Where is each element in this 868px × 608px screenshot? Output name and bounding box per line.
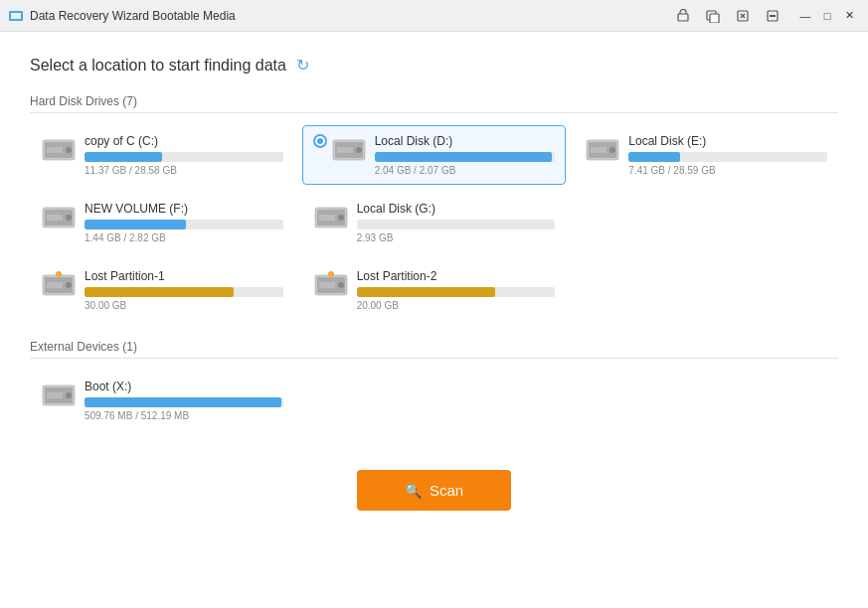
maximize-button[interactable]: □ bbox=[816, 5, 838, 27]
drive-item-f[interactable]: NEW VOLUME (F:) 1.44 GB / 2.82 GB bbox=[30, 193, 294, 252]
external-section: External Devices (1) Boot (X:) 509.76 MB… bbox=[30, 340, 838, 430]
svg-rect-23 bbox=[47, 215, 63, 221]
svg-point-10 bbox=[66, 147, 72, 153]
close-button[interactable]: ✕ bbox=[838, 5, 860, 27]
drive-item-x[interactable]: Boot (X:) 509.76 MB / 512.19 MB bbox=[30, 371, 294, 430]
svg-text:!: ! bbox=[58, 273, 59, 278]
drive-name-lost1: Lost Partition-1 bbox=[85, 269, 283, 283]
external-section-label: External Devices (1) bbox=[30, 340, 838, 359]
hdd-icon-x bbox=[41, 381, 77, 409]
drive-size-g: 2.93 GB bbox=[357, 232, 556, 243]
drive-info-g: Local Disk (G:) 2.93 GB bbox=[357, 202, 556, 243]
page-title: Select a location to start finding data bbox=[30, 57, 286, 75]
radio-d bbox=[313, 134, 327, 148]
svg-point-36 bbox=[338, 282, 344, 288]
progress-bg-d bbox=[375, 152, 556, 162]
svg-point-30 bbox=[66, 282, 72, 288]
drive-name-g: Local Disk (G:) bbox=[357, 202, 556, 216]
scan-button-label: Scan bbox=[430, 482, 463, 499]
drive-size-c: 11.37 GB / 28.58 GB bbox=[85, 165, 283, 176]
drive-item-g[interactable]: Local Disk (G:) 2.93 GB bbox=[302, 193, 567, 252]
svg-point-14 bbox=[356, 147, 362, 153]
scan-button[interactable]: 🔍 Scan bbox=[357, 470, 511, 511]
main-content: Select a location to start finding data … bbox=[0, 32, 868, 608]
drive-info-c: copy of C (C:) 11.37 GB / 28.58 GB bbox=[85, 134, 283, 176]
svg-rect-4 bbox=[710, 14, 719, 23]
page-header: Select a location to start finding data … bbox=[30, 56, 838, 75]
drive-size-lost2: 20.00 GB bbox=[357, 300, 556, 311]
drive-info-lost2: Lost Partition-2 20.00 GB bbox=[357, 269, 556, 311]
drive-size-lost1: 30.00 GB bbox=[85, 300, 283, 311]
progress-fill-c bbox=[85, 152, 162, 162]
hard-disk-section: Hard Disk Drives (7) copy of C (C:) 11.3… bbox=[30, 94, 838, 320]
drive-name-lost2: Lost Partition-2 bbox=[357, 269, 556, 283]
scan-area: 🔍 Scan bbox=[30, 450, 838, 521]
svg-text:!: ! bbox=[329, 273, 330, 278]
hdd-icon-lost2: ! bbox=[313, 271, 349, 299]
window-title: Data Recovery Wizard Bootable Media bbox=[30, 9, 673, 23]
svg-rect-15 bbox=[337, 147, 353, 153]
hard-disk-grid: copy of C (C:) 11.37 GB / 28.58 GB bbox=[30, 125, 838, 320]
drive-name-x: Boot (X:) bbox=[85, 380, 283, 393]
svg-point-18 bbox=[609, 147, 615, 153]
progress-bg-lost1 bbox=[85, 287, 283, 297]
external-grid: Boot (X:) 509.76 MB / 512.19 MB bbox=[30, 371, 838, 430]
titlebar: Data Recovery Wizard Bootable Media — □ … bbox=[0, 0, 868, 32]
progress-bg-e bbox=[628, 152, 827, 162]
drive-info-d: Local Disk (D:) 2.04 GB / 2.07 GB bbox=[375, 134, 556, 176]
drive-size-e: 7.41 GB / 28.59 GB bbox=[628, 165, 827, 176]
search-icon: 🔍 bbox=[405, 483, 422, 499]
svg-rect-2 bbox=[678, 14, 688, 21]
drive-name-c: copy of C (C:) bbox=[85, 134, 283, 148]
drive-item-c[interactable]: copy of C (C:) 11.37 GB / 28.58 GB bbox=[30, 125, 294, 185]
minimize-button[interactable]: — bbox=[794, 5, 816, 27]
progress-fill-d bbox=[375, 152, 552, 162]
hdd-icon-g bbox=[313, 204, 349, 231]
progress-bg-c bbox=[85, 152, 283, 162]
svg-point-42 bbox=[66, 392, 72, 398]
drive-name-d: Local Disk (D:) bbox=[375, 134, 556, 148]
drive-name-e: Local Disk (E:) bbox=[628, 134, 827, 148]
drive-item-lost2[interactable]: ! Lost Partition-2 20.00 GB bbox=[302, 260, 567, 320]
svg-rect-43 bbox=[47, 392, 63, 398]
progress-fill-e bbox=[628, 152, 680, 162]
svg-rect-31 bbox=[47, 282, 63, 288]
drive-size-x: 509.76 MB / 512.19 MB bbox=[85, 410, 283, 421]
svg-rect-11 bbox=[47, 147, 63, 153]
svg-point-26 bbox=[338, 215, 344, 221]
drive-size-f: 1.44 GB / 2.82 GB bbox=[85, 232, 283, 243]
titlebar-icon3[interactable] bbox=[733, 6, 753, 26]
progress-bg-f bbox=[85, 220, 283, 229]
drive-item-lost1[interactable]: ! Lost Partition-1 30.00 GB bbox=[30, 260, 294, 320]
hdd-icon-e bbox=[585, 136, 620, 164]
svg-rect-37 bbox=[319, 282, 335, 288]
svg-rect-27 bbox=[319, 215, 335, 221]
hdd-icon-c bbox=[41, 136, 77, 164]
drive-info-x: Boot (X:) 509.76 MB / 512.19 MB bbox=[85, 380, 283, 421]
progress-fill-lost2 bbox=[357, 287, 496, 297]
progress-bg-lost2 bbox=[357, 287, 556, 297]
hdd-icon-f bbox=[41, 204, 77, 231]
drive-name-f: NEW VOLUME (F:) bbox=[85, 202, 283, 216]
drive-info-lost1: Lost Partition-1 30.00 GB bbox=[85, 269, 283, 311]
svg-rect-7 bbox=[770, 15, 776, 17]
svg-rect-19 bbox=[591, 147, 607, 153]
refresh-icon[interactable]: ↻ bbox=[296, 56, 309, 75]
progress-bg-g bbox=[357, 220, 556, 229]
progress-fill-x bbox=[85, 397, 281, 407]
svg-rect-1 bbox=[11, 13, 21, 19]
drive-item-e[interactable]: Local Disk (E:) 7.41 GB / 28.59 GB bbox=[574, 125, 838, 185]
hdd-icon-d bbox=[331, 136, 367, 164]
drive-size-d: 2.04 GB / 2.07 GB bbox=[375, 165, 556, 176]
app-icon bbox=[8, 8, 24, 24]
hdd-icon-lost1: ! bbox=[41, 271, 77, 299]
svg-point-22 bbox=[66, 215, 72, 221]
hard-disk-section-label: Hard Disk Drives (7) bbox=[30, 94, 838, 113]
drive-item-d[interactable]: Local Disk (D:) 2.04 GB / 2.07 GB bbox=[302, 125, 567, 185]
titlebar-extra-icons bbox=[673, 6, 782, 26]
progress-fill-f bbox=[85, 220, 186, 229]
progress-bg-x bbox=[85, 397, 283, 407]
titlebar-icon2[interactable] bbox=[703, 6, 723, 26]
titlebar-icon1[interactable] bbox=[673, 6, 693, 26]
titlebar-icon4[interactable] bbox=[763, 6, 782, 26]
